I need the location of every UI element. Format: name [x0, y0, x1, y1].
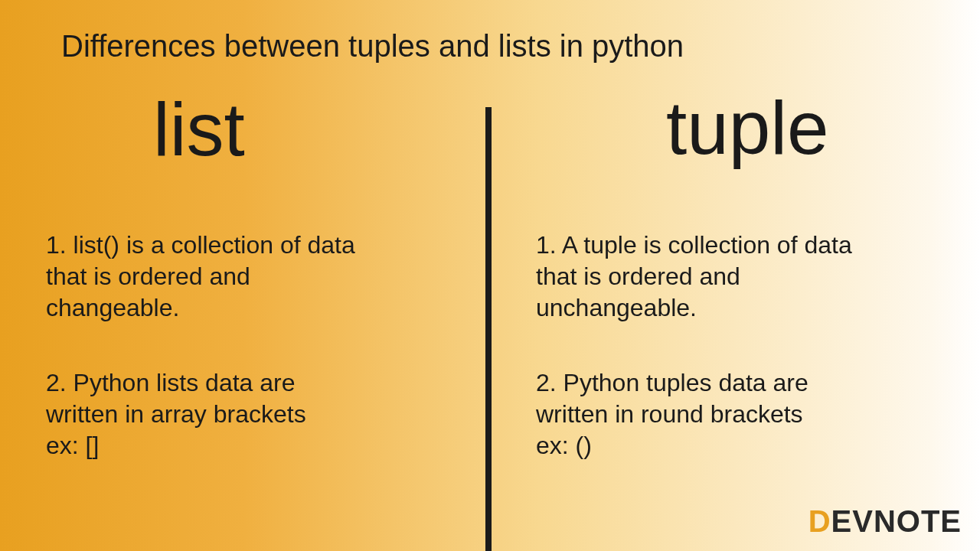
- tuple-heading: tuple: [666, 90, 829, 165]
- tuple-point-1: 1. A tuple is collection of data that is…: [536, 230, 949, 324]
- logo-rest: EVNOTE: [831, 504, 962, 538]
- tuple-point-2: 2. Python tuples data are written in rou…: [536, 367, 949, 461]
- list-point-1: 1. list() is a collection of data that i…: [46, 230, 459, 324]
- page-title: Differences between tuples and lists in …: [61, 29, 684, 64]
- logo-letter-d: D: [808, 504, 831, 539]
- list-heading: list: [153, 92, 245, 167]
- devnote-logo: DEVNOTE: [808, 504, 962, 539]
- list-point-2: 2. Python lists data are written in arra…: [46, 367, 459, 461]
- vertical-divider: [485, 107, 492, 551]
